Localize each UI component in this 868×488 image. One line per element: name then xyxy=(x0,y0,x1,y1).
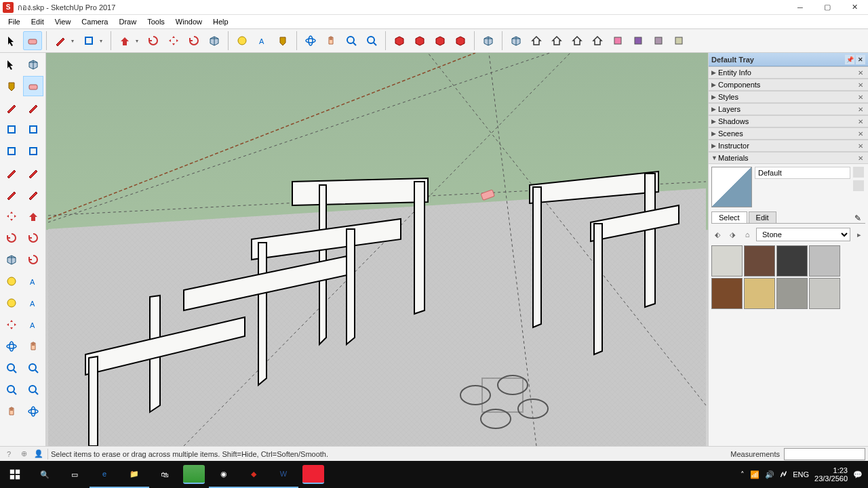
axes-tool[interactable] xyxy=(1,314,22,335)
credits-icon[interactable]: 👤 xyxy=(33,448,45,460)
shapes-button[interactable] xyxy=(79,31,98,50)
text-button[interactable] xyxy=(273,31,292,50)
front-button[interactable] xyxy=(608,31,627,50)
followme-tool[interactable] xyxy=(23,228,43,248)
eraser-tool[interactable] xyxy=(23,76,43,96)
menu-tools[interactable]: Tools xyxy=(142,16,170,27)
line-tool[interactable] xyxy=(1,98,22,118)
material-swatch-7[interactable] xyxy=(809,278,840,309)
set-default-button[interactable] xyxy=(853,180,864,191)
tray-volume-icon[interactable]: 🔊 xyxy=(765,470,774,479)
menu-edit[interactable]: Edit xyxy=(26,16,50,27)
taskbar-app-word[interactable]: W xyxy=(269,461,298,488)
zoom-window-tool[interactable] xyxy=(23,358,43,378)
3d-text-tool[interactable]: A xyxy=(23,314,43,335)
followme-button[interactable] xyxy=(233,31,252,50)
previous-tool[interactable] xyxy=(23,380,43,400)
pan-button[interactable] xyxy=(410,31,429,50)
panel-components[interactable]: ▶Components✕ xyxy=(709,79,868,91)
orbit-button[interactable] xyxy=(390,31,409,50)
paint-tool[interactable] xyxy=(1,76,22,96)
move-button[interactable] xyxy=(164,31,183,50)
3pt-arc-tool[interactable] xyxy=(1,184,22,205)
pushpull-tool[interactable] xyxy=(23,206,43,226)
select-tool[interactable] xyxy=(1,54,22,75)
pushpull-button[interactable] xyxy=(115,31,134,50)
zoom-tool[interactable] xyxy=(1,358,22,378)
minimize-button[interactable]: ─ xyxy=(787,0,814,15)
taskbar-app-store[interactable]: 🛍 xyxy=(149,461,179,488)
measurements-input[interactable] xyxy=(784,448,865,460)
taskbar-app-edge[interactable]: e xyxy=(90,461,119,488)
line-dropdown[interactable]: ▾ xyxy=(71,38,78,44)
material-swatch-1[interactable] xyxy=(744,245,775,277)
3dwarehouse-get-button[interactable] xyxy=(342,31,361,50)
tape-button[interactable]: A xyxy=(253,31,272,50)
eraser-button[interactable] xyxy=(23,31,42,50)
menu-draw[interactable]: Draw xyxy=(113,16,142,27)
material-swatch-5[interactable] xyxy=(744,278,775,309)
start-button[interactable] xyxy=(0,461,30,488)
panel-close-button[interactable]: ✕ xyxy=(856,117,865,126)
nav-home-button[interactable]: ⌂ xyxy=(741,228,753,241)
menu-help[interactable]: Help xyxy=(208,16,234,27)
3dwarehouse-send-button[interactable] xyxy=(321,31,340,50)
text-tool[interactable]: A xyxy=(23,293,43,313)
tape-tool[interactable] xyxy=(1,271,22,291)
polygon-tool[interactable] xyxy=(23,141,43,161)
tab-edit[interactable]: Edit xyxy=(749,211,776,223)
panel-materials[interactable]: ▼Materials✕ xyxy=(709,152,868,164)
left-button[interactable] xyxy=(669,31,688,50)
panel-styles[interactable]: ▶Styles✕ xyxy=(709,91,868,103)
menu-camera[interactable]: Camera xyxy=(76,16,113,27)
material-swatch-0[interactable] xyxy=(711,245,743,277)
sample-paint-button[interactable]: ✎ xyxy=(854,214,865,223)
back-button[interactable] xyxy=(649,31,668,50)
scale-button[interactable] xyxy=(205,31,224,50)
close-button[interactable]: ✕ xyxy=(841,0,868,15)
right-button[interactable] xyxy=(629,31,648,50)
taskbar-app-explorer[interactable]: 📁 xyxy=(119,461,149,488)
panel-close-button[interactable]: ✕ xyxy=(856,92,865,102)
position-camera-tool[interactable] xyxy=(1,401,22,422)
dimension-tool[interactable]: A xyxy=(23,271,43,291)
add-location-button[interactable] xyxy=(479,31,498,50)
top-button[interactable] xyxy=(588,31,607,50)
create-material-button[interactable] xyxy=(853,167,864,178)
2pt-arc-tool[interactable] xyxy=(23,163,43,183)
taskbar-app-red[interactable] xyxy=(302,465,324,484)
tray-network-icon[interactable]: 📶 xyxy=(750,470,760,479)
offset-tool[interactable] xyxy=(23,249,43,270)
viewport[interactable] xyxy=(46,53,708,446)
paint-button[interactable] xyxy=(301,31,320,50)
material-swatch-6[interactable] xyxy=(776,278,808,309)
menu-window[interactable]: Window xyxy=(170,16,208,27)
material-preview[interactable] xyxy=(711,167,752,207)
toggle-terrain-button[interactable] xyxy=(507,31,526,50)
tray-chevron-icon[interactable]: ˄ xyxy=(741,470,745,479)
pushpull-dropdown[interactable]: ▾ xyxy=(136,38,142,44)
shapes-dropdown[interactable]: ▾ xyxy=(100,38,106,44)
freehand-tool[interactable] xyxy=(23,98,43,118)
rotate-tool[interactable] xyxy=(1,228,22,248)
offset-button[interactable] xyxy=(144,31,163,50)
extension-warehouse-button[interactable] xyxy=(362,31,381,50)
pie-tool[interactable] xyxy=(23,184,43,205)
panel-close-button[interactable]: ✕ xyxy=(856,104,865,114)
iso-button[interactable] xyxy=(568,31,587,50)
action-center-icon[interactable]: 💬 xyxy=(853,470,863,479)
help-icon[interactable]: ? xyxy=(3,448,15,460)
search-button[interactable]: 🔍 xyxy=(30,461,60,488)
scale-tool[interactable] xyxy=(1,249,22,270)
tray-language[interactable]: ENG xyxy=(793,470,809,479)
rectangle-tool[interactable] xyxy=(1,119,22,140)
taskbar-clock[interactable]: 1:23 23/3/2560 xyxy=(814,466,848,483)
taskbar-app-green[interactable] xyxy=(183,465,205,484)
rotate-button[interactable] xyxy=(184,31,203,50)
tab-select[interactable]: Select xyxy=(711,211,747,223)
select-button[interactable] xyxy=(3,31,22,50)
zoom-button[interactable] xyxy=(431,31,450,50)
line-button[interactable] xyxy=(51,31,70,50)
tray-pin-button[interactable]: 📌 xyxy=(845,55,854,64)
panel-close-button[interactable]: ✕ xyxy=(856,80,865,89)
